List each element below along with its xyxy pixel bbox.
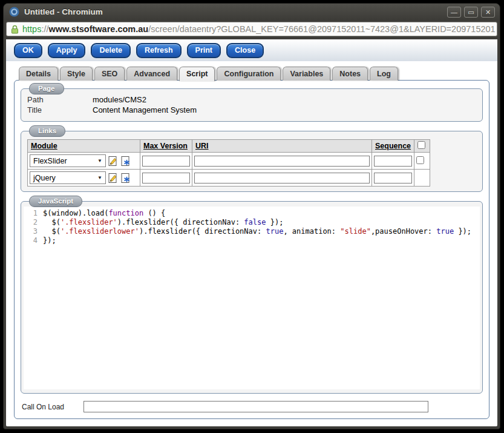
- tab-variables[interactable]: Variables: [283, 67, 330, 81]
- url-domain: www.stsoftware.com.au: [49, 24, 149, 34]
- page-title-row: Title Content Management System: [27, 105, 476, 115]
- chromium-icon: [9, 7, 19, 17]
- sequence-input[interactable]: [374, 173, 412, 183]
- chevron-down-icon: ▼: [97, 175, 102, 180]
- tab-configuration[interactable]: Configuration: [217, 67, 281, 81]
- line-number: 1: [24, 209, 43, 218]
- script-tab-panel: Page Path modules/CMS2 Title Content Man…: [14, 80, 489, 419]
- uri-header: URI: [192, 140, 372, 153]
- page-viewport: OK Apply Delete Refresh Print Close Deta…: [6, 39, 497, 426]
- javascript-fieldset: JavaScript 1 $(window).load(function () …: [21, 201, 483, 394]
- tab-details[interactable]: Details: [19, 67, 58, 81]
- page-path-row: Path modules/CMS2: [27, 94, 476, 105]
- links-row-jquery: jQuery▼: [28, 170, 430, 187]
- action-button-row: OK Apply Delete Refresh Print Close: [6, 39, 497, 61]
- refresh-button[interactable]: Refresh: [136, 43, 182, 58]
- title-value: Content Management System: [93, 105, 197, 115]
- window-title: Untitled - Chromium: [24, 7, 103, 16]
- javascript-legend: JavaScript: [29, 196, 82, 207]
- module-header: Module: [28, 140, 140, 153]
- edit-icon[interactable]: [108, 156, 119, 167]
- code-line: 4 });: [24, 236, 480, 245]
- close-button[interactable]: Close: [226, 43, 264, 58]
- line-number: 3: [24, 227, 43, 236]
- links-legend: Links: [29, 125, 65, 137]
- tab-style[interactable]: Style: [60, 67, 93, 81]
- title-label: Title: [27, 105, 93, 115]
- module-select[interactable]: jQuery▼: [30, 171, 106, 184]
- select-all-header: [414, 140, 430, 153]
- url-path: /screen/dataentry?GLOBAL_KEY=76661@20971…: [148, 24, 495, 34]
- links-row-flexslider: FlexSlider▼: [28, 153, 430, 170]
- code-line: 3 $('.flexsliderlower').flexslider({ dir…: [24, 227, 480, 236]
- tab-bar: Details Style SEO Advanced Script Config…: [6, 67, 497, 81]
- call-on-load-label: Call On Load: [22, 403, 83, 411]
- select-all-checkbox[interactable]: [417, 141, 425, 149]
- code-line: 1 $(window).load(function () {: [24, 209, 480, 218]
- page-legend: Page: [29, 83, 64, 94]
- max-version-input[interactable]: [142, 173, 190, 183]
- urlbar-row: https://www.stsoftware.com.au/screen/dat…: [4, 20, 500, 39]
- ok-button[interactable]: OK: [14, 43, 42, 58]
- chevron-down-icon: ▼: [97, 158, 102, 164]
- new-record-icon[interactable]: [120, 173, 131, 183]
- padlock-icon: [11, 25, 19, 34]
- minimize-button[interactable]: —: [447, 7, 461, 18]
- call-on-load-input[interactable]: [83, 401, 428, 412]
- titlebar: Untitled - Chromium — ▭ ✕: [4, 4, 500, 20]
- links-fieldset: Links Module Max Version URI Sequence: [21, 131, 483, 192]
- delete-button[interactable]: Delete: [91, 43, 131, 58]
- browser-window: Untitled - Chromium — ▭ ✕ https://www.st…: [3, 3, 500, 429]
- path-value: modules/CMS2: [93, 94, 146, 105]
- close-window-button[interactable]: ✕: [481, 7, 495, 18]
- tab-advanced[interactable]: Advanced: [126, 67, 177, 81]
- tab-log[interactable]: Log: [370, 67, 398, 81]
- line-number: 4: [24, 236, 43, 245]
- empty-checkbox-cell: [414, 170, 430, 187]
- module-select[interactable]: FlexSlider▼: [30, 154, 106, 167]
- row-select-checkbox[interactable]: [416, 156, 424, 164]
- sequence-input[interactable]: [374, 156, 412, 167]
- maximize-button[interactable]: ▭: [464, 7, 478, 18]
- line-number: 2: [24, 218, 43, 227]
- links-header-row: Module Max Version URI Sequence: [28, 140, 430, 153]
- url-scheme: https: [22, 24, 41, 34]
- apply-button[interactable]: Apply: [48, 43, 86, 58]
- address-bar[interactable]: https://www.stsoftware.com.au/screen/dat…: [6, 22, 497, 36]
- max-version-input[interactable]: [142, 156, 190, 167]
- url-separator: ://: [41, 24, 48, 34]
- new-record-icon[interactable]: [120, 156, 131, 167]
- uri-input[interactable]: [194, 156, 370, 167]
- tab-seo[interactable]: SEO: [94, 67, 125, 81]
- tab-script[interactable]: Script: [179, 67, 215, 81]
- links-table: Module Max Version URI Sequence FlexSlid…: [27, 139, 430, 187]
- page-fieldset: Page Path modules/CMS2 Title Content Man…: [21, 88, 483, 122]
- path-label: Path: [27, 94, 93, 105]
- sequence-header: Sequence: [372, 140, 414, 153]
- edit-icon[interactable]: [108, 173, 119, 183]
- code-editor[interactable]: 1 $(window).load(function () { 2 $('.fle…: [24, 207, 480, 389]
- call-on-load-row: Call On Load: [22, 401, 482, 412]
- max-version-header: Max Version: [140, 140, 192, 153]
- tab-notes[interactable]: Notes: [332, 67, 368, 81]
- code-line: 2 $('.flexslider').flexslider({ directio…: [24, 218, 480, 227]
- print-button[interactable]: Print: [187, 43, 221, 58]
- uri-input[interactable]: [194, 173, 370, 183]
